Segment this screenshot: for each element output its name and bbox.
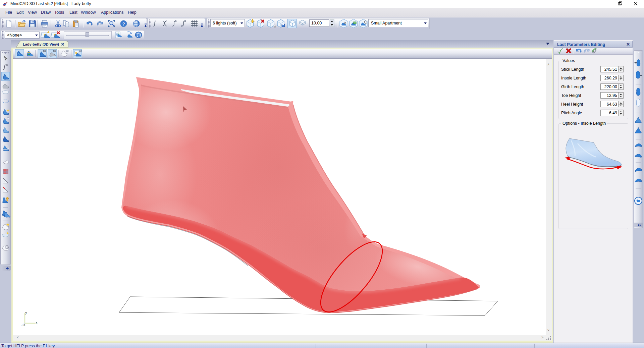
svg-text:z: z [23,323,25,327]
svg-text:x: x [36,321,38,325]
svg-text:y: y [25,310,27,314]
svg-text:?: ? [122,21,125,26]
